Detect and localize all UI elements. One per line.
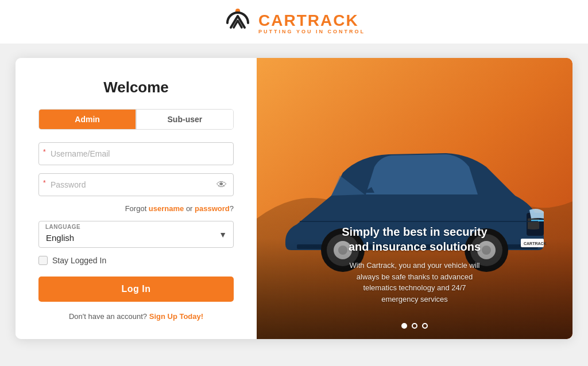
dot-3[interactable] [422,323,428,329]
stay-logged-checkbox[interactable] [38,256,48,265]
logo-tagline: PUTTING YOU IN CONTROL [258,29,365,34]
logo-brand-accent: K [346,11,359,29]
language-label: LANGUAGE [45,224,80,230]
login-button[interactable]: Log In [38,277,234,302]
promo-headline: Simply the best in securityand insurance… [274,224,555,254]
welcome-title: Welcome [103,79,169,96]
logo-brand: CARTRACK [258,11,359,30]
username-input[interactable] [38,142,234,165]
signup-prefix: Don't have an account? [69,312,149,321]
logo-container: CARTRACK PUTTING YOU IN CONTROL [223,8,365,38]
forgot-username-link[interactable]: username [149,204,184,213]
tab-container: Admin Sub-user [38,109,234,130]
show-password-icon[interactable]: 👁 [216,179,227,191]
promo-subtext: With Cartrack, you and your vehicle will… [274,260,555,305]
password-required-star: * [43,179,46,187]
forgot-password-link[interactable]: password [195,204,230,213]
signup-link[interactable]: Sign Up Today! [149,312,203,321]
logo-text-block: CARTRACK PUTTING YOU IN CONTROL [258,11,365,34]
logo-brand-text: CARTRAC [258,11,346,29]
slider-dots [257,323,572,329]
username-group: * [38,142,234,165]
password-input[interactable] [38,173,234,196]
promo-overlay: Simply the best in securityand insurance… [257,213,572,339]
signup-row: Don't have an account? Sign Up Today! [69,312,203,321]
dot-1[interactable] [401,323,407,329]
forgot-suffix: ? [230,204,234,213]
logo-icon [223,8,253,38]
password-group: * 👁 [38,173,234,196]
forgot-row: Forgot username or password? [38,204,234,213]
tab-subuser[interactable]: Sub-user [137,110,233,129]
forgot-text: Forgot [125,204,149,213]
language-group: LANGUAGE English French Spanish Portugue… [38,221,234,248]
forgot-or: or [184,204,195,213]
username-required-star: * [43,148,46,156]
main-container: Welcome Admin Sub-user * * 👁 Forgot user… [16,58,572,339]
right-panel: CARTRACK Simply the best in securityand … [257,58,572,339]
dot-2[interactable] [412,323,417,329]
stay-logged-label[interactable]: Stay Logged In [38,256,234,265]
header: CARTRACK PUTTING YOU IN CONTROL [0,0,588,44]
left-panel: Welcome Admin Sub-user * * 👁 Forgot user… [16,58,257,339]
stay-logged-text: Stay Logged In [52,256,106,265]
tab-admin[interactable]: Admin [39,110,136,129]
